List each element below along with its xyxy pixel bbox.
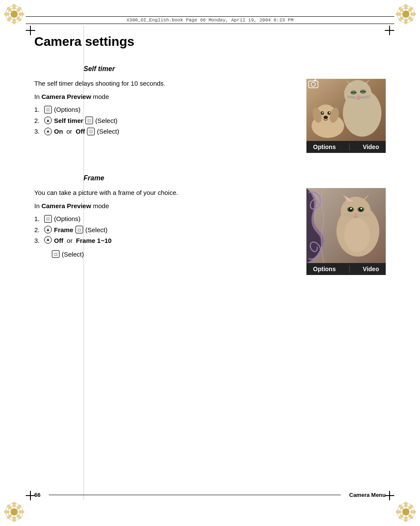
- svg-point-42: [410, 510, 416, 514]
- frame-step-3-bold2: Frame 1~10: [76, 235, 111, 246]
- svg-point-6: [18, 12, 24, 16]
- frame-step-2: 2. ▲ Frame □ (Select): [34, 224, 298, 236]
- step-1-num: 1.: [34, 104, 42, 115]
- self-timer-video-label: Video: [363, 143, 379, 150]
- svg-point-29: [4, 510, 10, 514]
- step-1-text: (Options): [54, 104, 81, 115]
- frame-step-2-text: (Select): [85, 224, 108, 236]
- svg-point-60: [357, 96, 360, 98]
- self-timer-heading: Self timer: [84, 65, 386, 73]
- frame-preview-image: [306, 188, 386, 263]
- svg-point-4: [12, 18, 16, 24]
- frame-mode: In Camera Preview mode: [34, 201, 298, 211]
- frame-options-label: Options: [313, 266, 336, 272]
- svg-point-95: [344, 218, 370, 252]
- select-button-icon-2: □: [87, 128, 95, 135]
- svg-point-39: [404, 502, 408, 508]
- mode-bold: Camera Preview: [42, 93, 91, 100]
- corner-decoration-bl: [3, 501, 25, 523]
- nav-up-icon-1: ▲: [44, 117, 52, 124]
- self-timer-step-2: 2. ▲ Self timer □ (Select): [34, 115, 298, 126]
- self-timer-preview-bar: Options Video: [306, 141, 386, 153]
- main-content: Camera settings Self timer The self time…: [34, 34, 386, 492]
- footer-line: [49, 495, 340, 495]
- frame-step-3-num: 3.: [34, 235, 42, 246]
- mode-suffix: mode: [91, 93, 109, 100]
- svg-point-89: [360, 208, 362, 209]
- svg-point-90: [354, 213, 357, 216]
- footer-page-number: 66: [34, 492, 40, 498]
- footer-title: Camera Menu: [349, 492, 386, 498]
- self-timer-preview: Options Video: [306, 79, 386, 153]
- frame-options-btn-icon: □: [44, 215, 52, 223]
- svg-point-40: [404, 516, 408, 522]
- frame-nav-icon-2: ▲: [44, 236, 52, 244]
- frame-text: You can take a picture with a frame of y…: [34, 188, 306, 260]
- svg-point-11: [11, 11, 18, 18]
- header-bar: X300_OI_English.book Page 66 Monday, Apr…: [26, 16, 394, 24]
- frame-heading: Frame: [84, 174, 386, 182]
- options-button-icon: □: [44, 106, 52, 114]
- frame-step-2-num: 2.: [34, 224, 42, 236]
- page-title: Camera settings: [34, 34, 386, 52]
- self-timer-mode: In Camera Preview mode: [34, 92, 298, 102]
- svg-point-15: [404, 4, 408, 10]
- svg-point-16: [404, 18, 408, 24]
- step-3-or: or: [65, 126, 74, 137]
- svg-point-28: [12, 516, 16, 522]
- self-timer-description: The self timer delays shooting for 10 se…: [34, 79, 298, 89]
- frame-step-1-text: (Options): [54, 213, 81, 224]
- self-timer-body: The self timer delays shooting for 10 se…: [34, 79, 386, 153]
- frame-body: You can take a picture with a frame of y…: [34, 188, 386, 275]
- svg-point-73: [329, 112, 330, 114]
- frame-step-2-bold: Frame: [54, 224, 73, 236]
- step-2-num: 2.: [34, 115, 42, 126]
- frame-step-1: 1. □ (Options): [34, 213, 298, 224]
- self-timer-step-1: 1. □ (Options): [34, 104, 298, 115]
- step-3-off: Off: [76, 126, 85, 137]
- svg-point-35: [11, 508, 18, 515]
- frame-step-3-or: or: [65, 235, 75, 246]
- preview-bar-divider-2: [349, 265, 350, 273]
- crosshair-br: [385, 491, 394, 500]
- crosshair-bl: [26, 491, 35, 500]
- frame-step-3-select: (Select): [62, 249, 84, 260]
- frame-steps: 1. □ (Options) 2. ▲ Frame □ (Select) 3: [34, 213, 298, 260]
- frame-preview: Options Video: [306, 188, 386, 275]
- self-timer-text: The self timer delays shooting for 10 se…: [34, 79, 306, 137]
- frame-mode-suffix: mode: [91, 202, 109, 209]
- self-timer-section: Self timer The self timer delays shootin…: [34, 65, 386, 153]
- frame-mode-prefix: In: [34, 202, 42, 209]
- frame-video-label: Video: [363, 266, 379, 272]
- frame-step-3: 3. ▲ Off or Frame 1~10 □ (Select): [34, 235, 298, 260]
- frame-select-btn-1: □: [75, 226, 83, 233]
- step-2-bold: Self timer: [54, 115, 83, 126]
- corner-decoration-br: [395, 501, 417, 523]
- svg-point-51: [344, 80, 372, 108]
- svg-point-88: [350, 208, 352, 209]
- svg-point-18: [410, 12, 416, 16]
- nav-up-icon-2: ▲: [44, 128, 52, 135]
- footer: 66 Camera Menu: [34, 492, 386, 498]
- frame-description: You can take a picture with a frame of y…: [34, 188, 298, 198]
- self-timer-step-3: 3. ▲ On or Off □ (Select): [34, 126, 298, 137]
- frame-nav-icon-1: ▲: [44, 226, 52, 233]
- self-timer-preview-image: [306, 79, 386, 141]
- svg-point-3: [12, 4, 16, 10]
- corner-decoration-tr: [395, 3, 417, 25]
- step-3-on: On: [54, 126, 63, 137]
- svg-point-23: [402, 11, 409, 18]
- svg-point-72: [322, 112, 324, 114]
- crosshair-tr: [385, 26, 394, 35]
- svg-point-74: [324, 116, 328, 119]
- corner-decoration-tl: [3, 3, 25, 25]
- frame-select-btn-2: □: [52, 250, 60, 258]
- step-2-text: (Select): [95, 115, 117, 126]
- header-text: X300_OI_English.book Page 66 Monday, Apr…: [126, 18, 293, 23]
- svg-point-27: [12, 502, 16, 508]
- frame-mode-bold: Camera Preview: [42, 202, 91, 209]
- frame-section: Frame You can take a picture with a fram…: [34, 174, 386, 275]
- step-3-text: (Select): [97, 126, 119, 137]
- self-timer-options-label: Options: [313, 143, 336, 150]
- svg-point-41: [396, 510, 402, 514]
